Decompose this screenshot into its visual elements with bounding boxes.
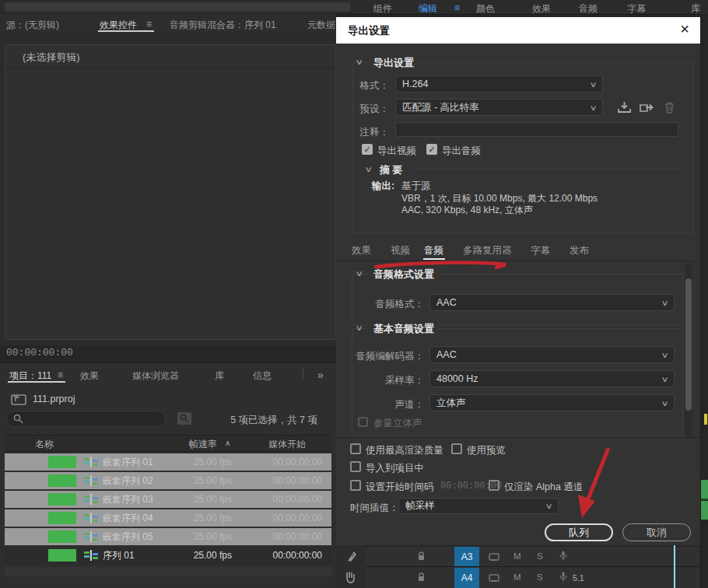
tab-captions[interactable]: 字幕 xyxy=(531,246,550,256)
summary-header[interactable]: 摘 要 xyxy=(380,163,403,177)
close-icon[interactable]: × xyxy=(680,20,689,38)
label-color-chip[interactable] xyxy=(48,456,76,468)
pen-tool-icon[interactable] xyxy=(345,550,358,562)
audio-format-dropdown[interactable]: AAC ∨ xyxy=(429,294,675,311)
import-into-project-checkbox[interactable] xyxy=(350,461,361,472)
search-input[interactable] xyxy=(6,411,166,427)
workspace-tab-audio[interactable]: 音频 xyxy=(579,4,598,13)
sort-ascending-icon[interactable]: ∧ xyxy=(225,439,230,447)
summary-output-label: 输出: xyxy=(372,180,394,193)
cancel-button[interactable]: 取消 xyxy=(622,523,691,541)
track-target-icon[interactable] xyxy=(489,574,499,582)
comment-input[interactable] xyxy=(395,122,678,137)
tab-effects[interactable]: 效果 xyxy=(352,246,371,256)
table-row[interactable]: 嵌套序列 02 25.00 fps 00:00:00:00 xyxy=(5,472,331,489)
workspace-tab-editing[interactable]: 编辑 xyxy=(419,4,437,13)
tab-effect-controls[interactable]: 效果控件 xyxy=(100,20,137,30)
tab-media-browser[interactable]: 媒体浏览器 xyxy=(132,371,179,380)
dialog-title-bar[interactable]: 导出设置 × xyxy=(336,17,700,44)
render-alpha-only-checkbox[interactable] xyxy=(489,480,499,491)
summary-divider xyxy=(412,169,682,170)
lock-icon[interactable] xyxy=(417,572,426,582)
workspace-tab-captions[interactable]: 字幕 xyxy=(627,4,646,13)
audio-codec-dropdown[interactable]: AAC ∨ xyxy=(429,346,675,363)
column-header-media-start[interactable]: 媒体开始 xyxy=(268,439,306,449)
workspace-tab-effects[interactable]: 效果 xyxy=(532,4,551,13)
preset-dropdown[interactable]: 匹配源 - 高比特率 ∨ xyxy=(395,99,603,116)
tab-publish[interactable]: 发布 xyxy=(570,246,589,256)
playhead-line[interactable] xyxy=(674,545,675,588)
workspace-tab-libraries[interactable]: 库 xyxy=(691,4,700,13)
track-badge-a3[interactable]: A3 xyxy=(454,547,479,566)
format-dropdown[interactable]: H.264 ∨ xyxy=(395,75,603,93)
export-settings-header[interactable]: 导出设置 xyxy=(369,56,419,70)
mic-icon[interactable] xyxy=(559,551,568,561)
time-interpolation-label: 时间插值： xyxy=(350,502,399,515)
project-file-name[interactable]: 111.prproj xyxy=(33,394,75,404)
table-row[interactable]: 序列 01 25.00 fps 00:00:00:00 xyxy=(5,547,331,564)
workspace-tab-color[interactable]: 颜色 xyxy=(476,4,495,13)
solo-button[interactable]: S xyxy=(537,551,543,561)
save-preset-icon[interactable] xyxy=(618,102,631,114)
table-row[interactable]: 嵌套序列 01 25.00 fps 00:00:00:00 xyxy=(5,453,331,471)
basic-audio-header[interactable]: 基本音频设置 xyxy=(369,322,439,336)
tab-video[interactable]: 视频 xyxy=(391,246,410,256)
tab-effects-panel[interactable]: 效果 xyxy=(80,371,99,380)
tab-source-monitor[interactable]: 源：(无剪辑) xyxy=(6,20,59,30)
bin-up-icon[interactable] xyxy=(11,393,26,405)
delete-preset-icon[interactable] xyxy=(664,102,675,114)
chevron-down-icon: ∨ xyxy=(661,299,668,307)
lock-icon[interactable] xyxy=(417,551,426,561)
sample-rate-dropdown[interactable]: 48000 Hz ∨ xyxy=(429,370,675,387)
tab-multiplexer[interactable]: 多路复用器 xyxy=(463,246,512,256)
table-row[interactable]: 嵌套序列 05 25.00 fps 00:00:00:00 xyxy=(5,528,331,545)
row-name: 嵌套序列 05 xyxy=(103,532,153,541)
track-target-icon[interactable] xyxy=(489,553,499,561)
label-color-chip[interactable] xyxy=(48,512,76,524)
workspace-tab-assembly[interactable]: 组件 xyxy=(373,4,392,13)
workspace-menu-icon[interactable]: ≡ xyxy=(454,3,460,12)
tab-metadata[interactable]: 元数据 xyxy=(307,20,335,30)
label-color-chip[interactable] xyxy=(48,474,76,487)
dialog-tab-bar: 效果 视频 音频 多路复用器 字幕 发布 xyxy=(336,240,700,261)
label-color-chip[interactable] xyxy=(48,549,76,562)
import-preset-icon[interactable] xyxy=(640,102,654,114)
tab-libraries-panel[interactable]: 库 xyxy=(215,371,224,380)
mute-button[interactable]: M xyxy=(513,551,521,561)
hand-tool-icon[interactable] xyxy=(344,571,356,583)
set-start-timecode-checkbox[interactable] xyxy=(350,480,361,491)
mic-icon[interactable] xyxy=(559,572,568,582)
column-header-frame-rate[interactable]: 帧速率 xyxy=(189,439,217,449)
queue-button[interactable]: 队列 xyxy=(545,523,613,541)
scrollbar-thumb[interactable] xyxy=(685,278,692,411)
collapse-chevron-icon[interactable]: ∨ xyxy=(355,58,363,66)
project-menu-icon[interactable]: ≡ xyxy=(58,370,63,380)
collapse-chevron-icon[interactable]: ∨ xyxy=(355,324,363,332)
collapse-chevron-icon[interactable]: ∨ xyxy=(355,269,363,278)
search-bin-button[interactable] xyxy=(177,412,191,425)
use-previews-checkbox[interactable] xyxy=(451,443,462,454)
column-header-name[interactable]: 名称 xyxy=(35,439,54,449)
mute-button[interactable]: M xyxy=(513,572,521,582)
collapse-chevron-icon[interactable]: ∨ xyxy=(364,165,373,173)
track-badge-a4[interactable]: A4 xyxy=(454,568,479,588)
solo-button[interactable]: S xyxy=(537,572,543,582)
time-interpolation-dropdown[interactable]: 帧采样 ∨ xyxy=(398,498,559,514)
parametric-stereo-checkbox[interactable] xyxy=(358,417,368,427)
panel-overflow-icon[interactable]: » xyxy=(317,369,324,380)
label-color-chip[interactable] xyxy=(48,493,76,506)
max-render-quality-checkbox[interactable] xyxy=(350,443,361,454)
tab-audio[interactable]: 音频 xyxy=(424,246,443,256)
label-color-chip[interactable] xyxy=(48,530,76,543)
table-row[interactable]: 嵌套序列 04 25.00 fps 00:00:00:00 xyxy=(5,509,331,527)
effect-controls-menu-icon[interactable]: ≡ xyxy=(146,19,152,29)
table-row[interactable]: 嵌套序列 03 25.00 fps 00:00:00:00 xyxy=(5,491,331,508)
channels-dropdown[interactable]: 立体声 ∨ xyxy=(429,394,675,411)
export-audio-checkbox[interactable]: ✓ xyxy=(426,144,437,155)
tab-audio-clip-mixer[interactable]: 音频剪辑混合器：序列 01 xyxy=(170,20,276,30)
tab-info[interactable]: 信息 xyxy=(253,371,272,380)
project-panel: 项目：111 ≡ 效果 媒体浏览器 库 信息 » 111.prproj 5 xyxy=(0,362,337,588)
tab-project[interactable]: 项目：111 xyxy=(9,371,51,380)
dialog-title: 导出设置 xyxy=(348,24,390,38)
export-video-checkbox[interactable]: ✓ xyxy=(362,144,373,155)
